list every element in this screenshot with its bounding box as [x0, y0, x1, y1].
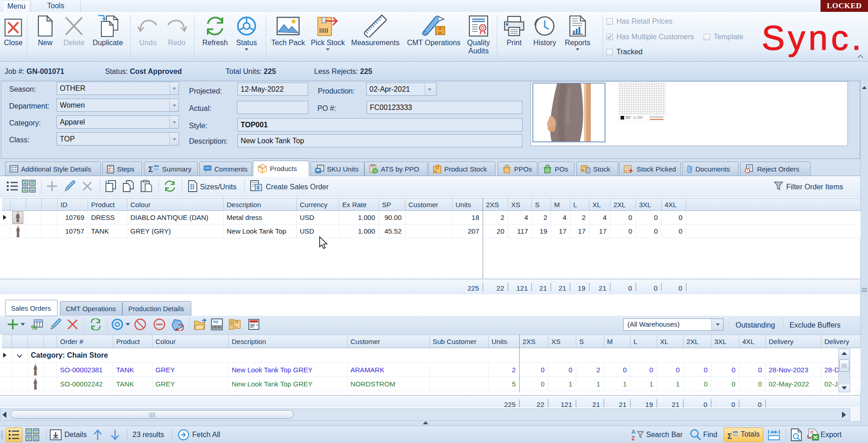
svg-text:Σ: Σ [727, 432, 732, 440]
svg-text:A: A [631, 429, 636, 435]
svg-text:TO: TO [213, 320, 218, 324]
svg-text:Σ: Σ [148, 165, 153, 173]
svg-text:$: $ [257, 185, 259, 190]
svg-text:%: % [31, 323, 37, 330]
svg-text:Z: Z [631, 435, 635, 442]
